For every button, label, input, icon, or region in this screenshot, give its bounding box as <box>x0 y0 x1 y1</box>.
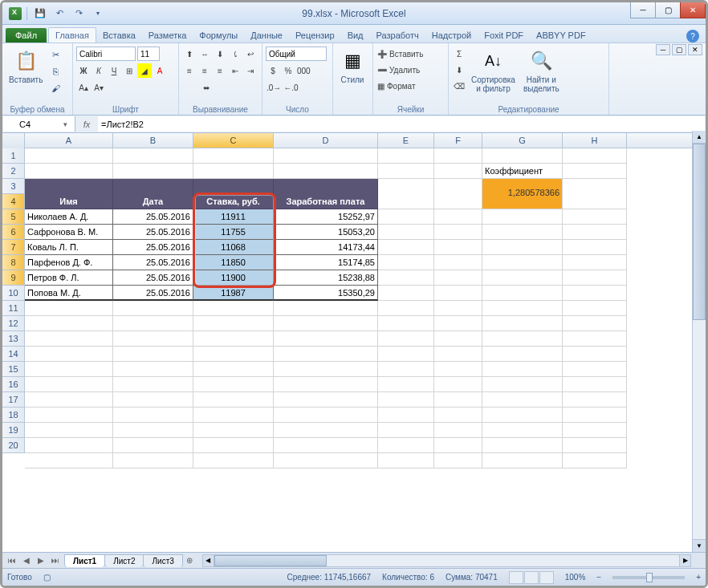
cut-button[interactable]: ✂ <box>47 47 63 63</box>
cell[interactable]: 14173,44 <box>274 240 378 255</box>
redo-button[interactable]: ↷ <box>71 6 87 22</box>
cell[interactable] <box>193 316 274 331</box>
wrap-button[interactable]: ↩ <box>243 47 258 61</box>
tab-file[interactable]: Файл <box>6 28 47 43</box>
cell[interactable] <box>563 255 627 270</box>
colhdr-H[interactable]: H <box>563 133 627 148</box>
cell[interactable] <box>434 270 482 286</box>
cell[interactable] <box>25 362 113 377</box>
cell[interactable]: 15252,97 <box>274 209 378 225</box>
cell[interactable] <box>563 225 627 240</box>
cell[interactable] <box>25 331 113 347</box>
rowhdr-9[interactable]: 9 <box>2 270 25 286</box>
hscroll-thumb[interactable] <box>214 555 327 566</box>
number-format-combo[interactable] <box>266 47 327 61</box>
cell[interactable] <box>25 164 113 179</box>
indent-inc-button[interactable]: ⇥ <box>243 63 258 78</box>
cell[interactable] <box>378 377 434 392</box>
cell[interactable] <box>482 286 563 301</box>
cell[interactable] <box>563 148 627 164</box>
cell[interactable]: 25.05.2016 <box>113 225 193 240</box>
cell[interactable] <box>113 347 193 362</box>
currency-button[interactable]: $ <box>266 63 280 78</box>
cell[interactable] <box>274 453 378 468</box>
cell[interactable] <box>193 331 274 347</box>
insert-cells-button[interactable]: ➕Вставить <box>376 47 446 61</box>
sheet-tab-2[interactable]: Лист2 <box>104 554 144 567</box>
cell[interactable] <box>274 316 378 331</box>
cell[interactable] <box>563 423 627 438</box>
cell[interactable] <box>378 392 434 408</box>
cell[interactable]: 15174,85 <box>274 255 378 270</box>
paste-button[interactable]: 📋 Вставить <box>6 47 46 86</box>
bold-button[interactable]: Ж <box>76 63 91 78</box>
cell[interactable] <box>482 316 563 331</box>
cell[interactable] <box>434 408 482 423</box>
cell[interactable]: Дата <box>113 179 193 209</box>
cell[interactable] <box>25 377 113 392</box>
cell[interactable] <box>378 453 434 468</box>
cell[interactable] <box>378 148 434 164</box>
cell[interactable]: 15238,88 <box>274 270 378 286</box>
cell[interactable] <box>113 316 193 331</box>
tab-prev-button[interactable]: ◀ <box>20 554 33 567</box>
rowhdr-8[interactable]: 8 <box>2 255 25 270</box>
align-left-button[interactable]: ≡ <box>182 63 197 78</box>
align-bot-button[interactable]: ⬇ <box>213 47 227 61</box>
cell[interactable] <box>482 148 563 164</box>
cell[interactable] <box>434 301 482 316</box>
tab-first-button[interactable]: ⏮ <box>6 554 18 567</box>
view-break-button[interactable] <box>539 571 554 584</box>
font-size-combo[interactable] <box>137 47 160 61</box>
cell[interactable] <box>434 179 482 209</box>
cell[interactable]: Попова М. Д. <box>25 286 113 301</box>
cell[interactable] <box>482 225 563 240</box>
zoom-in-button[interactable]: + <box>696 573 701 582</box>
cell[interactable] <box>378 255 434 270</box>
align-mid-button[interactable]: ↔ <box>197 47 212 61</box>
cell[interactable] <box>378 225 434 240</box>
cell[interactable] <box>274 377 378 392</box>
rowhdr-3[interactable]: 3 <box>2 179 25 194</box>
cell[interactable]: Николаев А. Д. <box>25 209 113 225</box>
horizontal-scrollbar[interactable]: ◀ ▶ <box>202 554 691 567</box>
view-normal-button[interactable] <box>509 571 523 584</box>
cell[interactable] <box>378 164 434 179</box>
cell[interactable] <box>434 453 482 468</box>
cell[interactable]: Ставка, руб. <box>193 179 274 209</box>
cell[interactable] <box>113 438 193 453</box>
cell[interactable] <box>274 347 378 362</box>
cell[interactable] <box>378 408 434 423</box>
fill-down-button[interactable]: ⬇ <box>452 63 466 77</box>
maximize-button[interactable]: ▢ <box>655 2 681 18</box>
cell[interactable] <box>563 286 627 301</box>
cell[interactable] <box>563 316 627 331</box>
cell[interactable]: 25.05.2016 <box>113 255 193 270</box>
colhdr-E[interactable]: E <box>378 133 434 148</box>
new-sheet-button[interactable]: ⊕ <box>183 554 196 567</box>
cell[interactable] <box>563 438 627 453</box>
cell[interactable] <box>563 331 627 347</box>
cell[interactable] <box>113 301 193 316</box>
cell[interactable]: 11850 <box>193 255 274 270</box>
cell[interactable] <box>113 164 193 179</box>
cell[interactable] <box>482 408 563 423</box>
tab-abbyy[interactable]: ABBYY PDF <box>530 28 592 43</box>
tab-insert[interactable]: Вставка <box>96 28 142 43</box>
cell[interactable] <box>113 331 193 347</box>
cell[interactable] <box>378 270 434 286</box>
cell[interactable] <box>113 392 193 408</box>
cell[interactable]: 11911 <box>193 209 274 225</box>
cell[interactable] <box>274 164 378 179</box>
cell[interactable] <box>434 377 482 392</box>
select-all-corner[interactable] <box>2 133 25 148</box>
align-right-button[interactable]: ≡ <box>213 63 227 78</box>
cell[interactable]: Коваль Л. П. <box>25 240 113 255</box>
cell[interactable] <box>193 347 274 362</box>
cell[interactable] <box>378 438 434 453</box>
cell[interactable] <box>25 347 113 362</box>
rowhdr-4[interactable]: 4 <box>2 194 25 209</box>
comma-button[interactable]: 000 <box>296 63 311 78</box>
cell[interactable] <box>563 377 627 392</box>
cell[interactable]: 25.05.2016 <box>113 270 193 286</box>
